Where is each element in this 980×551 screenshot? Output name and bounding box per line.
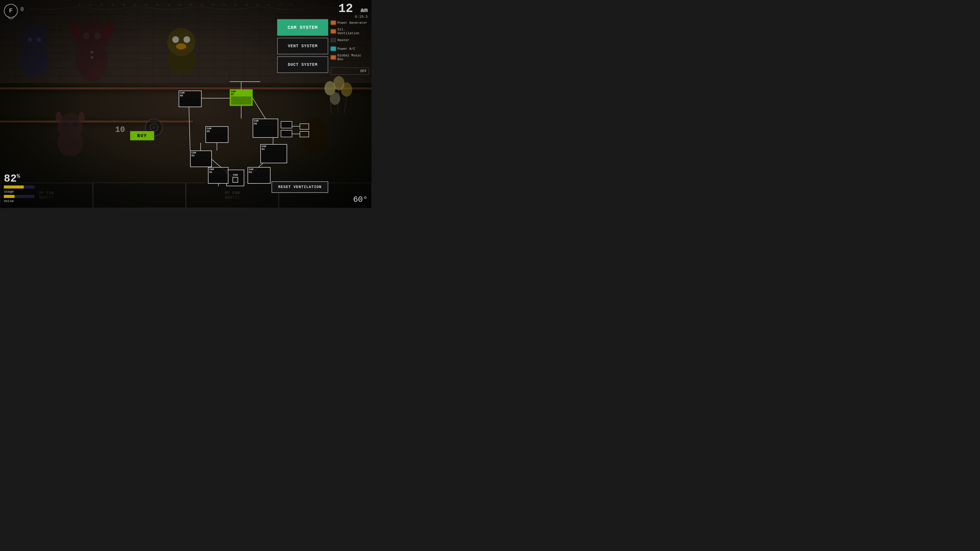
power-item-music-box[interactable]: Global Music Box xyxy=(331,54,369,61)
svg-point-18 xyxy=(176,43,186,49)
you-node-square xyxy=(232,177,238,183)
score-display: 0 xyxy=(21,6,24,13)
cam-07-node[interactable]: CAM07 xyxy=(230,89,253,106)
svg-point-2 xyxy=(22,23,29,36)
cam-01-node[interactable]: CAM01 xyxy=(208,167,228,184)
svg-rect-47 xyxy=(300,131,309,137)
svg-rect-46 xyxy=(300,124,309,129)
stat-bars: usage noise xyxy=(4,185,40,203)
cam-04-node[interactable]: CAM04 xyxy=(260,144,287,163)
svg-line-42 xyxy=(253,98,266,119)
svg-line-54 xyxy=(189,105,190,151)
power-item-power-ac[interactable]: Power A/C xyxy=(331,45,369,52)
zigzag-pattern: ✦ ✦ ✦ ✦ ✦ ✦ ✦ ✦ ✦ ✦ ✦ ✦ ✦ ✦ ✦ ✦ ✦ ✦ ✦ ✦ xyxy=(77,0,294,9)
svg-point-15 xyxy=(91,56,93,59)
noise-bar-bg xyxy=(4,195,35,198)
svg-point-13 xyxy=(94,32,100,39)
usage-bar-bg xyxy=(4,186,35,189)
svg-point-31 xyxy=(341,83,352,97)
usage-bar-fill xyxy=(4,186,24,189)
noise-bar-fill xyxy=(4,195,14,198)
usage-percent-display: 82% xyxy=(4,173,40,184)
svg-line-35 xyxy=(344,97,347,114)
char-mangle xyxy=(51,110,89,156)
char-toy-chica xyxy=(161,23,202,74)
char-bonnie xyxy=(15,21,54,76)
svg-point-26 xyxy=(73,122,78,127)
power-item-generator[interactable]: Power Generator xyxy=(331,19,369,26)
cam-06-node[interactable]: CAM06 xyxy=(253,119,278,138)
svg-point-19 xyxy=(172,36,179,43)
char-circus-baby xyxy=(69,13,115,84)
logo-circle: F xyxy=(4,4,18,18)
led-heater xyxy=(331,38,336,42)
label-generator: Power Generator xyxy=(337,21,367,25)
svg-point-3 xyxy=(40,23,46,36)
cam-system-button[interactable]: CAM SYSTEM xyxy=(277,19,328,36)
stats-panel: 82% usage noise xyxy=(4,173,40,203)
led-generator xyxy=(331,21,336,25)
svg-point-9 xyxy=(75,19,108,55)
usage-label: usage xyxy=(4,190,40,194)
top-decoration: ✦ ✦ ✦ ✦ ✦ ✦ ✦ ✦ ✦ ✦ ✦ ✦ ✦ ✦ ✦ ✦ ✦ ✦ ✦ ✦ xyxy=(0,0,372,9)
noise-label: noise xyxy=(4,199,40,203)
percent-value: 82% xyxy=(4,173,20,185)
cam-03-node[interactable]: CAM03 xyxy=(190,151,212,167)
label-music-box: Global Music Box xyxy=(337,54,369,61)
svg-point-20 xyxy=(183,36,190,43)
label-power-ac: Power A/C xyxy=(337,47,355,51)
duct-system-button[interactable]: DUCT SYSTEM xyxy=(277,56,328,73)
power-item-sil-vent[interactable]: Sil. Ventilation xyxy=(331,28,369,35)
usage-bar-row xyxy=(4,185,40,189)
off-badge: OFF xyxy=(331,68,369,75)
time-hour: 12 am xyxy=(339,3,368,15)
you-node[interactable]: YOU xyxy=(226,170,244,186)
label-sil-vent: Sil. Ventilation xyxy=(337,27,369,35)
svg-point-6 xyxy=(29,38,32,41)
sign-10-display: 10 xyxy=(115,125,125,135)
label-heater: Heater xyxy=(337,38,349,42)
cam-05-node[interactable]: CAM05 xyxy=(205,126,228,143)
time-display: 12 am 0:19.5 xyxy=(339,3,368,19)
vent-system-button[interactable]: VENT SYSTEM xyxy=(277,38,328,54)
power-item-heater[interactable]: Heater xyxy=(331,37,369,44)
svg-point-17 xyxy=(167,28,195,56)
off-label: OFF xyxy=(360,69,367,73)
led-power-ac xyxy=(331,47,336,51)
camera-map: CAM08 CAM07 CAM05 CAM06 CAM03 xyxy=(151,79,311,189)
svg-point-7 xyxy=(38,38,40,41)
balloons-decoration xyxy=(322,73,353,124)
svg-point-12 xyxy=(83,32,89,39)
temperature-display: 60° xyxy=(353,195,368,204)
led-music-box xyxy=(331,56,336,59)
led-sil-vent xyxy=(331,29,336,33)
svg-point-24 xyxy=(79,112,85,123)
freddy-logo: F xyxy=(4,4,18,18)
cam-08-node[interactable]: CAM08 xyxy=(179,91,202,107)
cam-side-box-2 xyxy=(281,130,292,137)
cam-02-node[interactable]: CAM02 xyxy=(248,167,270,184)
svg-point-14 xyxy=(91,51,93,54)
systems-panel: CAM SYSTEM VENT SYSTEM DUCT SYSTEM xyxy=(277,19,328,73)
power-panel: Power Generator Sil. Ventilation Heater … xyxy=(331,19,369,61)
cam-side-box-1 xyxy=(281,121,292,128)
svg-point-25 xyxy=(62,122,68,127)
svg-point-23 xyxy=(56,112,62,123)
reset-ventilation-button[interactable]: RESET VENTILATION xyxy=(272,181,328,193)
noise-bar-row xyxy=(4,195,40,198)
